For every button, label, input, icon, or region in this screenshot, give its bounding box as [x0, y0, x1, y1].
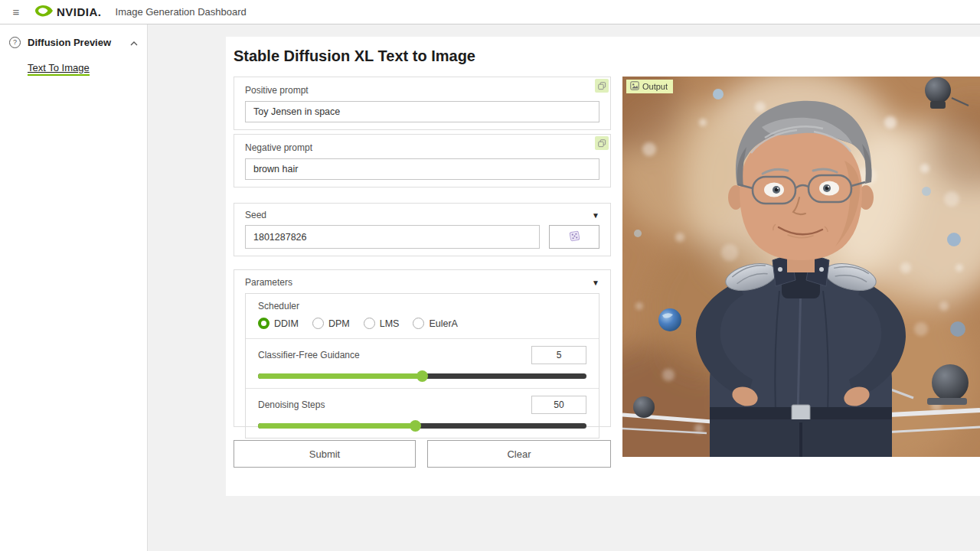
radio-dot	[364, 318, 375, 329]
radio-dot	[413, 318, 424, 329]
radio-dpm[interactable]: DPM	[312, 318, 350, 329]
app-header: ≡ NVIDIA. Image Generation Dashboard	[0, 0, 980, 24]
content-panel: Stable Diffusion XL Text to Image Positi…	[226, 37, 980, 496]
nvidia-wordmark: NVIDIA.	[57, 5, 102, 18]
radio-dot	[258, 318, 270, 329]
sidebar: ? Diffusion Preview Text To Image	[0, 24, 148, 551]
steps-slider[interactable]	[258, 423, 586, 429]
negative-prompt-input[interactable]	[245, 158, 599, 180]
cfg-label: Classifier-Free Guidance	[258, 350, 360, 360]
help-icon: ?	[9, 37, 21, 48]
chevron-up-icon[interactable]	[130, 35, 138, 49]
seed-card: Seed ▼	[234, 203, 611, 256]
copy-icon[interactable]	[595, 79, 609, 93]
steps-value-input[interactable]	[531, 396, 586, 414]
submit-button[interactable]: Submit	[234, 440, 416, 468]
sidebar-group-label: Diffusion Preview	[28, 37, 123, 48]
main-area: Stable Diffusion XL Text to Image Positi…	[148, 24, 980, 551]
positive-prompt-label: Positive prompt	[245, 85, 599, 96]
scheduler-section: Scheduler DDIM DPM	[246, 294, 599, 339]
clear-button[interactable]: Clear	[427, 440, 611, 468]
output-badge-label: Output	[642, 82, 668, 91]
image-icon	[630, 81, 639, 92]
negative-prompt-card: Negative prompt	[234, 134, 611, 187]
copy-icon[interactable]	[595, 136, 609, 150]
seed-label: Seed	[245, 210, 266, 220]
hamburger-menu-icon[interactable]: ≡	[8, 5, 24, 18]
cfg-value-input[interactable]	[531, 346, 586, 364]
scheduler-label: Scheduler	[258, 301, 586, 311]
radio-ddim[interactable]: DDIM	[258, 318, 299, 329]
dice-icon	[568, 230, 581, 245]
output-image: Output	[622, 77, 980, 457]
steps-section: Denoising Steps	[246, 389, 599, 438]
page-title: Stable Diffusion XL Text to Image	[234, 47, 475, 65]
positive-prompt-card: Positive prompt	[234, 77, 611, 130]
nvidia-logo: NVIDIA.	[35, 5, 102, 20]
radio-lms[interactable]: LMS	[364, 318, 400, 329]
cfg-slider-fill	[258, 373, 423, 379]
cfg-section: Classifier-Free Guidance	[246, 339, 599, 389]
nvidia-eye-icon	[35, 5, 53, 20]
parameters-label: Parameters	[245, 277, 292, 288]
positive-prompt-input[interactable]	[245, 101, 599, 122]
app-title: Image Generation Dashboard	[116, 6, 247, 18]
generation-form: Positive prompt Negative prompt	[234, 77, 611, 468]
cfg-slider-handle[interactable]	[416, 370, 428, 382]
parameters-card: Parameters ▼ Scheduler DDIM	[234, 269, 611, 427]
output-badge: Output	[626, 80, 673, 93]
random-seed-button[interactable]	[549, 225, 599, 249]
seed-input[interactable]	[245, 225, 540, 249]
steps-label: Denoising Steps	[258, 399, 325, 410]
collapse-icon[interactable]: ▼	[592, 211, 599, 220]
sidebar-group-diffusion-preview[interactable]: ? Diffusion Preview	[0, 35, 147, 49]
cfg-slider[interactable]	[258, 373, 586, 379]
radio-eulera[interactable]: EulerA	[413, 318, 458, 329]
negative-prompt-label: Negative prompt	[245, 142, 599, 153]
collapse-icon[interactable]: ▼	[592, 279, 599, 287]
radio-dot	[312, 318, 324, 329]
steps-slider-handle[interactable]	[410, 420, 421, 432]
sidebar-item-text-to-image[interactable]: Text To Image	[28, 62, 90, 76]
steps-slider-fill	[258, 423, 416, 429]
